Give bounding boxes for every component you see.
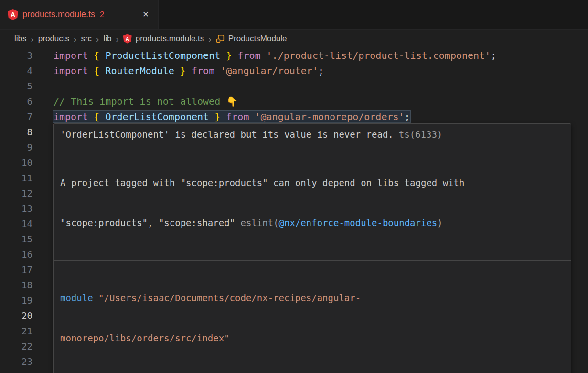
line-number: 22	[0, 339, 32, 354]
line-number: 6	[0, 94, 32, 109]
code-text	[32, 186, 53, 201]
code-text	[32, 170, 53, 186]
eslint-message-line1: A project tagged with "scope:products" c…	[60, 176, 565, 189]
line-number: 13	[0, 201, 32, 216]
code-text	[32, 155, 53, 170]
eslint-message-line2: "scope:products", "scope:shared" eslint(…	[60, 216, 565, 230]
code-text: // This import is not allowed 👇	[32, 94, 238, 109]
chevron-right-icon: ›	[116, 34, 118, 44]
code-line[interactable]: 3import { ProductListComponent } from '.…	[0, 48, 588, 63]
chevron-right-icon: ›	[74, 34, 76, 44]
line-number: 18	[0, 277, 32, 293]
code-line[interactable]: 6// This import is not allowed 👇	[0, 94, 588, 109]
tab-bar: A products.module.ts 2 ✕	[0, 0, 588, 30]
breadcrumb-file-label: products.module.ts	[136, 34, 204, 44]
chevron-right-icon: ›	[96, 34, 99, 44]
line-number: 17	[0, 262, 32, 277]
line-number: 23	[0, 354, 32, 369]
line-number: 16	[0, 247, 32, 262]
line-number: 19	[0, 293, 32, 308]
module-path-line2: monorepo/libs/orders/src/index"	[60, 331, 565, 345]
angular-icon-letter: A	[126, 36, 129, 42]
code-text	[32, 201, 53, 216]
line-number: 20	[0, 308, 32, 323]
breadcrumb-item-lib[interactable]: lib	[103, 34, 111, 44]
code-text	[32, 140, 53, 155]
ts-diagnostic-code: ts(6133)	[399, 129, 443, 140]
line-number: 4	[0, 63, 32, 78]
code-text: import { OrderListComponent } from '@ang…	[32, 109, 410, 124]
module-path-text: monorepo/libs/orders/src/index"	[60, 333, 230, 343]
eslint-source-label: eslint(	[241, 218, 279, 228]
line-number: 21	[0, 323, 32, 339]
breadcrumb-item-src[interactable]: src	[81, 34, 92, 44]
ts-diagnostic-message: 'OrderListComponent' is declared but its…	[60, 129, 394, 140]
line-number: 14	[0, 216, 32, 231]
code-line[interactable]: 7import { OrderListComponent } from '@an…	[0, 109, 588, 124]
tab-products-module[interactable]: A products.module.ts 2 ✕	[0, 0, 159, 29]
code-text	[32, 124, 53, 140]
line-number: 10	[0, 155, 32, 170]
eslint-message-line2-text: "scope:products", "scope:shared"	[60, 218, 241, 228]
angular-icon-letter: A	[11, 11, 15, 19]
angular-icon: A	[8, 9, 18, 20]
breadcrumb-item-libs[interactable]: libs	[14, 34, 27, 44]
chevron-right-icon: ›	[31, 34, 34, 44]
module-path-text: "/Users/isaac/Documents/code/nx-recipes/…	[98, 293, 361, 303]
line-number: 11	[0, 170, 32, 186]
eslint-rule-link[interactable]: @nx/enforce-module-boundaries	[279, 218, 438, 228]
ts-diagnostic: 'OrderListComponent' is declared but its…	[54, 124, 571, 145]
breadcrumb: libs › products › src › lib › A products…	[0, 30, 588, 48]
tab-problem-count: 2	[100, 10, 104, 20]
code-text	[32, 216, 53, 231]
line-number: 9	[0, 140, 32, 155]
code-text	[32, 78, 53, 94]
line-number: 5	[0, 78, 32, 94]
error-statement: import { OrderListComponent } from '@ang…	[53, 111, 410, 122]
code-text	[32, 354, 53, 369]
line-number: 7	[0, 109, 32, 124]
code-text: import { RouterModule } from '@angular/r…	[32, 63, 324, 78]
breadcrumb-item-products[interactable]: products	[38, 34, 69, 44]
tab-title: products.module.ts	[22, 10, 95, 20]
line-number: 15	[0, 231, 32, 247]
code-line[interactable]: 5	[0, 78, 588, 94]
module-path-line1: module "/Users/isaac/Documents/code/nx-r…	[60, 291, 565, 305]
breadcrumb-item-symbol[interactable]: ProductsModule	[216, 34, 287, 44]
breadcrumb-symbol-label: ProductsModule	[228, 34, 287, 44]
module-path-block: module "/Users/isaac/Documents/code/nx-r…	[54, 261, 571, 373]
editor[interactable]: 3import { ProductListComponent } from '.…	[0, 48, 588, 373]
code-text: import { ProductListComponent } from './…	[32, 48, 496, 63]
eslint-source-close: )	[437, 218, 442, 228]
hover-popup: 'OrderListComponent' is declared but its…	[53, 123, 571, 373]
line-number: 8	[0, 124, 32, 140]
module-keyword: module	[60, 293, 98, 303]
code-line[interactable]: 4import { RouterModule } from '@angular/…	[0, 63, 588, 78]
close-icon[interactable]: ✕	[139, 8, 152, 22]
eslint-diagnostic: A project tagged with "scope:products" c…	[54, 145, 571, 260]
class-symbol-icon	[216, 34, 225, 43]
angular-icon: A	[123, 34, 132, 44]
chevron-right-icon: ›	[208, 34, 211, 44]
line-number: 12	[0, 186, 32, 201]
line-number: 3	[0, 48, 32, 63]
breadcrumb-item-file[interactable]: A products.module.ts	[123, 34, 204, 44]
